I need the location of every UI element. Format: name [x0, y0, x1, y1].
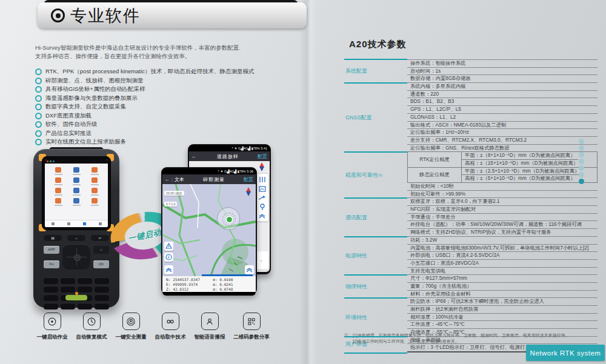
feature-item: 数据字典支持、自定义数据采集	[35, 104, 302, 110]
image-icon[interactable]	[259, 186, 266, 192]
title-bar: ← 道路放样 配置	[189, 151, 270, 161]
feature-text: 实时在线图文信息上报求助服务	[45, 138, 126, 146]
phone-screenshot-detail-survey: * ▼ G▟4G▟ ▮78% 5:36 ← | 文本 碎部测量 配置	[161, 167, 257, 294]
coord-n: N: 2544537.8347	[166, 277, 209, 282]
spec-rows: 操作系统：智能操作系统启动时间：1s数据存储：内置8GB存储器	[407, 59, 598, 83]
spec-section: 系统配置操作系统：智能操作系统启动时间：1s数据存储：内置8GB存储器	[344, 59, 598, 83]
draw-tool-icon[interactable]	[164, 242, 173, 251]
spec-sublabel: RTK定位精度	[408, 152, 462, 167]
number-key	[61, 303, 75, 309]
sigma-1: σ: 0.0100	[213, 277, 256, 282]
spec-section-name: 物理特性	[344, 275, 407, 298]
feature-item: 软件、固件自动升级	[35, 121, 302, 128]
qr-share-icon	[243, 313, 261, 330]
progress-bar	[202, 274, 253, 276]
spec-row: 通道数：220	[407, 91, 598, 99]
spec-row: 重量：700g（含主机电池）	[407, 283, 598, 291]
map-hud: 23:26 | 固定 0.7 1.0	[164, 186, 184, 208]
home-key: ⌂	[67, 235, 85, 241]
chevron-up-icon[interactable]	[164, 265, 173, 274]
feature-item: RTK、PPK（post processed kinematic）技术，即动态后…	[35, 68, 302, 75]
config-button[interactable]: 配置	[258, 153, 267, 160]
spec-row: 平面：±（2.5+1×10⁻⁶D）mm（D为被测点间距离）	[462, 168, 579, 175]
bullet-icon	[35, 104, 42, 110]
spec-row: 防尘防水：IP68；可抗2米水下瞬时浸泡，完全防止粉尘进入	[407, 298, 598, 306]
number-key	[61, 277, 75, 284]
spec-row: BDS：B1、B2、B3	[407, 98, 598, 106]
fix-status-chip: 23:26 | 固定	[164, 191, 184, 196]
road-lanes-icon[interactable]	[259, 176, 266, 183]
bottom-feature-label: 一键安全测量	[116, 334, 147, 341]
spec-row: 尺寸：Φ127.5mm×57mm	[407, 275, 598, 283]
number-key	[95, 286, 109, 293]
title-bar: ← | 文本 碎部测量 配置	[162, 174, 256, 184]
screen-title: 碎部测量	[184, 176, 244, 183]
spec-row: 初始化可靠性：>99.99%	[407, 191, 598, 199]
text-tool-button[interactable]: 文本	[175, 176, 184, 183]
chevron-up-icon[interactable]	[259, 214, 265, 219]
device-status-bar	[45, 159, 108, 164]
safe-measure-icon	[122, 313, 140, 330]
brochure-page: 专业软件 Hi-Survey智能测量软件是中海达自主研发设计的专业手簿软件，丰富…	[0, 0, 606, 364]
spec-row: 支持充电宝供电	[407, 268, 598, 276]
number-key	[44, 294, 58, 301]
marker-icon[interactable]	[259, 204, 265, 211]
spec-row: 系统内核：多星系统内核	[407, 83, 598, 91]
chevron-up-icon[interactable]	[245, 265, 254, 274]
feature-item: 碎部测量、点、线放样、图根控制测量	[35, 78, 302, 84]
spec-rows: 系统内核：多星系统内核通道数：220BDS：B1、B2、B3GPS：L1、L2C…	[407, 83, 598, 152]
config-button[interactable]: 配置	[244, 176, 253, 183]
feature-text: DXF底图直接加载	[45, 112, 92, 120]
spec-row: GLONASS：L1、L2	[407, 114, 598, 122]
bullet-icon	[35, 139, 42, 145]
number-key	[78, 286, 92, 293]
bullet-icon	[35, 113, 42, 119]
number-key	[95, 277, 109, 284]
spec-row: 双模蓝牙：双模，蓝牙4.0，向下兼容2.1	[407, 198, 598, 206]
coord-e: E: 499999.9374	[166, 282, 209, 287]
map-sidebar	[255, 162, 269, 222]
app-icon	[69, 198, 84, 206]
bottom-feature-row: 一键启动作业 自动恢复模式 一键安全测量 自动取中技术 智能语音播报	[35, 313, 271, 341]
bullet-icon	[35, 121, 42, 128]
spec-subtable: 静态定位精度平面：±（2.5+1×10⁻⁶D）mm（D为被测点间距离）高程：±（…	[407, 167, 598, 183]
map-view[interactable]: 23:26 | 固定 0.7 1.0	[162, 184, 256, 276]
bottom-feature-label: 一键启动作业	[37, 334, 68, 341]
pager-dot	[579, 139, 584, 144]
spec-rows: 防尘防水：IP68；可抗2米水下瞬时浸泡，完全防止粉尘进入测杆跌摔：抗2米测杆自…	[407, 298, 598, 336]
feature-text: 海量遥感影像与矢量数据的叠加展示	[45, 94, 138, 102]
status-bar: * ▼ G▟4G▟ ▮78% 5:41	[189, 145, 270, 151]
bullet-icon	[35, 130, 42, 137]
feature-text: 具有移动GIS坐标+属性的自动匹配采样	[45, 85, 145, 93]
page-fold	[299, 0, 318, 364]
spec-row: 平面：±（8+1×10⁻⁶D）mm（D为被测点间距离）	[462, 152, 578, 159]
arrow-icon[interactable]	[258, 195, 266, 200]
spec-row: 工作温度：-45℃～75℃	[407, 321, 598, 329]
spec-section-name: 环境特性	[344, 298, 407, 336]
compass-icon[interactable]	[246, 187, 251, 196]
bullet-icon	[35, 86, 42, 93]
bottom-feature: 自动恢复模式	[75, 313, 108, 341]
bullet-icon	[35, 68, 42, 75]
power-key	[65, 295, 87, 300]
spec-rows: RTK定位精度平面：±（8+1×10⁻⁶D）mm（D为被测点间距离）高程：±（1…	[407, 152, 598, 198]
app-icon	[87, 188, 102, 196]
bullet-icon	[35, 78, 42, 84]
one-key-start-icon	[44, 313, 61, 330]
voice-broadcast-icon	[201, 313, 219, 330]
app-icon	[51, 167, 65, 175]
feature-text: RTK、PPK（post processed kinematic）技术，即动态后…	[45, 68, 255, 76]
spec-row: 材料：外壳采用镁合金材料	[407, 291, 598, 299]
feature-item: DXF底图直接加载	[35, 113, 302, 119]
sigma-2: σ: 0.0241	[213, 282, 256, 287]
feature-text: 软件、固件自动升级	[45, 121, 98, 128]
feature-text: 产品信息实时推送	[45, 130, 92, 137]
spec-row: 网络模式：支持ZHD协议、NTRIP协议，支持内置千寻知寸服务	[407, 229, 598, 237]
device-screen	[45, 159, 108, 227]
back-arrow-icon[interactable]: ←	[165, 177, 170, 182]
back-arrow-icon[interactable]: ←	[191, 154, 196, 159]
compass-icon[interactable]	[259, 162, 265, 171]
number-key	[44, 286, 58, 293]
sigma-3: σ: 0.0748	[213, 287, 256, 292]
info-icon[interactable]	[164, 253, 173, 262]
